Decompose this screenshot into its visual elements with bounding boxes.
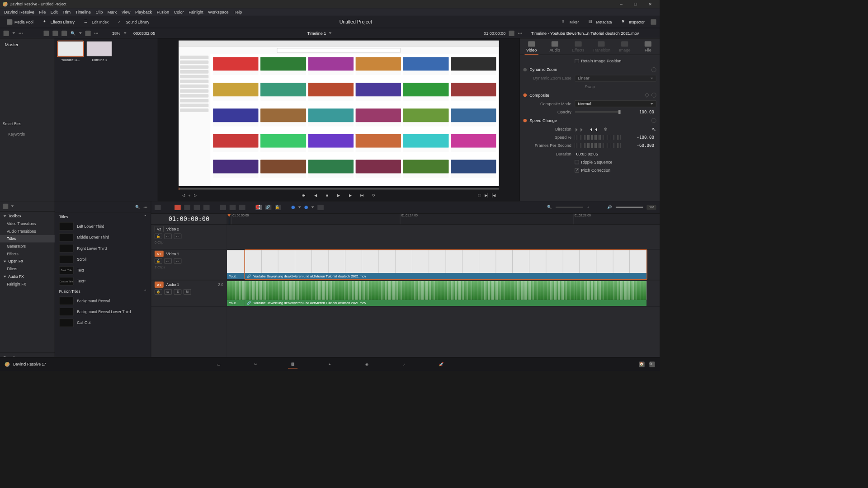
first-frame-button[interactable]: ⏮ [301,192,307,199]
sound-library-button[interactable]: ♪ Sound Library [115,19,153,25]
zoom-slider[interactable] [556,207,583,208]
fx-group-toolbox[interactable]: Toolbox [0,212,55,220]
opacity-slider[interactable] [575,111,620,113]
viewer-canvas[interactable] [179,41,499,186]
match-frame-icon[interactable]: ⬚ [478,193,481,198]
list-view-icon[interactable] [43,30,49,36]
volume-slider[interactable] [616,207,643,208]
zoom-in-icon[interactable]: ＋ [586,205,590,210]
fx-node[interactable]: Fairlight FX [0,280,55,288]
selection-tool-icon[interactable] [175,205,181,210]
track-lanes[interactable]: Yout... 🔗Youtube Bewertung deaktivieren … [227,225,660,363]
flag-blue-icon[interactable] [291,206,295,209]
menu-item[interactable]: Playback [135,9,152,14]
page-fusion[interactable]: ✦ [325,360,335,368]
timeline-view-icon[interactable] [155,205,161,210]
fps-field[interactable] [575,143,620,148]
chevron-down-icon[interactable] [79,32,82,34]
metadata-button[interactable]: ▤ Metadata [585,19,615,25]
stop-button[interactable]: ■ [324,192,330,199]
track-head-v1[interactable]: V1Video 1 🔒▭▭ 2 Clips [151,249,226,280]
fx-title-item[interactable]: Scroll [55,254,151,265]
section-fusion-titles[interactable]: Fusion Titles⌃ [55,287,151,296]
menu-item[interactable]: Mark [108,9,117,14]
page-deliver[interactable]: 🚀 [436,360,446,368]
composite-header[interactable]: Composite [529,93,642,98]
page-fairlight[interactable]: ♪ [399,360,409,368]
thumb-view-icon[interactable] [52,30,58,36]
fps-value[interactable]: -60.000 [623,143,656,148]
mute-icon[interactable]: 🔊 [607,205,612,210]
page-cut[interactable]: ✂ [251,360,260,368]
audio-clip[interactable]: Yout... [227,281,245,306]
ripple-checkbox[interactable] [575,160,579,164]
tab-file[interactable]: File [637,38,660,55]
retain-checkbox[interactable] [575,59,579,63]
fx-fusion-item[interactable]: Background Reveal [55,296,151,306]
composite-toggle[interactable] [523,94,527,97]
window-maximize-button[interactable]: ☐ [629,0,642,8]
effects-library-button[interactable]: ✦ Effects Library [39,19,78,25]
trim-tool-icon[interactable] [184,205,190,210]
home-icon[interactable]: 🏠 [639,361,645,367]
fx-node[interactable]: Video Transitions [0,220,55,227]
play-button[interactable]: ▶ [336,192,342,199]
pitch-checkbox[interactable]: ✓ [575,168,579,172]
page-media[interactable]: ▭ [214,360,223,368]
direction-freeze-icon[interactable]: ❄ [604,127,608,132]
dynamic-trim-icon[interactable] [194,205,200,210]
loop-button[interactable]: ↻ [371,192,377,199]
menu-item[interactable]: Fusion [157,9,169,14]
lock-icon[interactable]: 🔒 [155,258,162,264]
search-icon[interactable]: 🔍 [135,205,140,210]
speed-field[interactable] [575,135,620,140]
menu-item[interactable]: Edit [51,9,58,14]
fx-title-item[interactable]: Basic TitleText [55,265,151,276]
strip-view-icon[interactable] [61,30,67,36]
tab-video[interactable]: Video [520,38,543,55]
dynamic-zoom-header[interactable]: Dynamic Zoom [529,67,649,72]
fx-node[interactable]: Filters [0,265,55,273]
timecode-menu-icon[interactable] [509,30,514,36]
menu-item[interactable]: File [39,9,46,14]
opacity-value[interactable]: 100.00 [623,109,656,114]
fx-group-audiofx[interactable]: Audio FX [0,272,55,280]
tab-audio[interactable]: Audio [543,38,566,55]
replace-icon[interactable] [239,205,245,210]
tab-transition[interactable]: Transition [590,38,613,55]
reset-icon[interactable] [651,118,656,123]
menu-item[interactable]: Help [233,9,242,14]
fx-title-item[interactable]: Custom TitleText+ [55,276,151,286]
marker-blue-icon[interactable] [304,206,308,209]
panel-icon[interactable] [3,203,8,209]
composite-mode-select[interactable]: Normal [575,100,656,107]
expand-icon[interactable] [651,19,656,25]
next-frame-button[interactable]: ▶ [347,192,354,199]
track-head-a1[interactable]: A1Audio 12.0 🔒▭SM [151,280,226,307]
fx-title-item[interactable]: Middle Lower Third [55,232,151,243]
last-frame-button[interactable]: ⏭ [359,192,365,199]
menu-item[interactable]: Trim [62,9,71,14]
dynamic-zoom-toggle[interactable] [523,68,527,71]
fx-fusion-item[interactable]: Call Out [55,317,151,328]
fx-group-openfx[interactable]: Open FX [0,258,55,265]
fx-node[interactable]: Effects [0,250,55,258]
mute-button[interactable]: M [184,289,191,295]
media-clip[interactable]: Youtube B... [58,41,83,61]
audio-clip[interactable]: 🔗Youtube Bewertung deaktivieren und akti… [245,281,647,306]
dynamic-zoom-ease-select[interactable]: Linear [575,75,656,82]
edit-index-button[interactable]: ☰ Edit Index [81,19,112,25]
viewer-scrubber[interactable] [179,188,499,189]
track-head-v2[interactable]: V2Video 2 🔒▭▭ 0 Clip [151,225,226,249]
menu-item[interactable]: DaVinci Resolve [4,9,34,14]
blade-tool-icon[interactable] [203,205,210,210]
insert-icon[interactable] [220,205,226,210]
lane-v1[interactable]: Yout... 🔗Youtube Bewertung deaktivieren … [227,249,660,280]
window-minimize-button[interactable]: ─ [614,0,628,8]
media-pool-button[interactable]: Media Pool [4,19,37,25]
zoom-level[interactable]: 38% [112,31,120,36]
video-clip[interactable]: Yout... [227,250,245,279]
timeline-name[interactable]: Timeline 1 [307,31,326,36]
chevron-down-icon[interactable] [329,32,332,34]
bin-view-icon[interactable] [4,30,9,36]
